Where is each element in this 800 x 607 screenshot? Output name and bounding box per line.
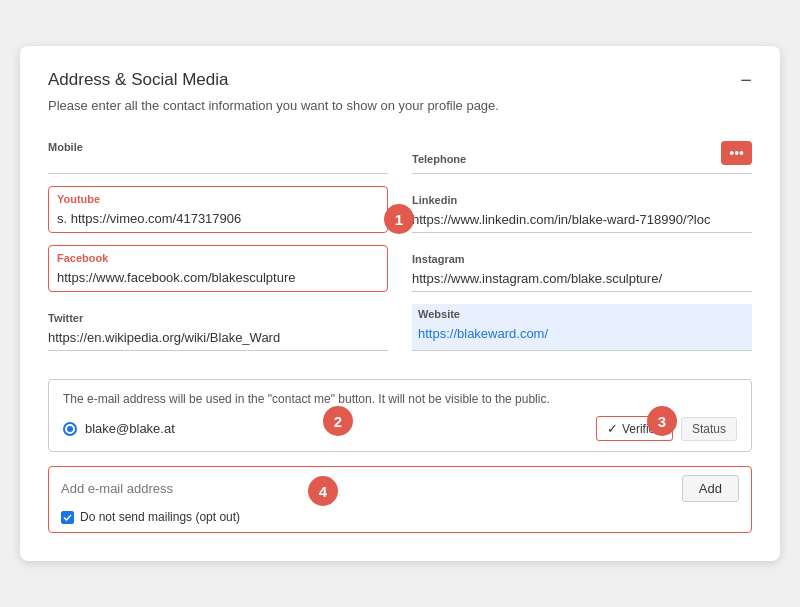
linkedin-field: Linkedin https://www.linkedin.com/in/bla… <box>412 186 752 233</box>
twitter-field: Twitter https://en.wikipedia.org/wiki/Bl… <box>48 304 388 351</box>
linkedin-label: Linkedin <box>412 194 752 206</box>
youtube-linkedin-wrapper: Youtube s. https://vimeo.com/417317906 L… <box>48 186 752 245</box>
opt-out-row: Do not send mailings (opt out) <box>61 510 739 524</box>
email-left: blake@blake.at <box>63 421 175 436</box>
facebook-label: Facebook <box>57 252 379 264</box>
twitter-website-row: Twitter https://en.wikipedia.org/wiki/Bl… <box>48 304 752 363</box>
linkedin-value: https://www.linkedin.com/in/blake-ward-7… <box>412 212 710 227</box>
top-fields-row: Mobile Telephone ••• <box>48 133 752 186</box>
add-email-wrapper: Add Do not send mailings (opt out) 4 <box>48 466 752 533</box>
email-section: The e-mail address will be used in the "… <box>48 379 752 452</box>
checkmark-icon: ✓ <box>607 421 618 436</box>
mobile-field: Mobile <box>48 133 388 174</box>
email-row-wrapper: blake@blake.at ✓ Verified Status 2 3 <box>63 416 737 441</box>
mobile-label: Mobile <box>48 141 388 153</box>
opt-out-label: Do not send mailings (opt out) <box>80 510 240 524</box>
collapse-icon[interactable]: − <box>740 70 752 90</box>
radio-inner <box>67 426 73 432</box>
add-email-button[interactable]: Add <box>682 475 739 502</box>
telephone-options-button[interactable]: ••• <box>721 141 752 165</box>
facebook-field: Facebook https://www.facebook.com/blakes… <box>48 245 388 292</box>
add-email-input[interactable] <box>61 481 682 496</box>
status-button[interactable]: Status <box>681 417 737 441</box>
telephone-label: Telephone <box>412 153 466 165</box>
email-row: blake@blake.at ✓ Verified Status <box>63 416 737 441</box>
website-value: https://blakeward.com/ <box>418 326 548 341</box>
youtube-field: Youtube s. https://vimeo.com/417317906 <box>48 186 388 233</box>
circle-4: 4 <box>308 476 338 506</box>
instagram-value: https://www.instagram.com/blake.sculptur… <box>412 271 662 286</box>
website-field: Website https://blakeward.com/ <box>412 304 752 351</box>
dots-icon: ••• <box>729 145 744 161</box>
circle-3: 3 <box>647 406 677 436</box>
telephone-field: Telephone ••• <box>412 133 752 174</box>
email-radio[interactable] <box>63 422 77 436</box>
instagram-field: Instagram https://www.instagram.com/blak… <box>412 245 752 292</box>
facebook-value: https://www.facebook.com/blakesculpture <box>57 270 295 285</box>
email-notice: The e-mail address will be used in the "… <box>63 392 737 406</box>
youtube-label: Youtube <box>57 193 379 205</box>
card-header: Address & Social Media − <box>48 70 752 90</box>
add-email-row: Add <box>61 475 739 502</box>
address-social-media-card: Address & Social Media − Please enter al… <box>20 46 780 561</box>
opt-out-checkbox[interactable] <box>61 511 74 524</box>
card-title: Address & Social Media <box>48 70 228 90</box>
facebook-instagram-row: Facebook https://www.facebook.com/blakes… <box>48 245 752 304</box>
email-address: blake@blake.at <box>85 421 175 436</box>
add-email-section: Add Do not send mailings (opt out) <box>48 466 752 533</box>
card-subtitle: Please enter all the contact information… <box>48 98 752 113</box>
website-label: Website <box>418 308 746 320</box>
circle-2: 2 <box>323 406 353 436</box>
twitter-label: Twitter <box>48 312 388 324</box>
circle-1: 1 <box>384 204 414 234</box>
twitter-value: https://en.wikipedia.org/wiki/Blake_Ward <box>48 330 280 345</box>
checkbox-check-icon <box>63 513 72 522</box>
youtube-value: s. https://vimeo.com/417317906 <box>57 211 241 226</box>
instagram-label: Instagram <box>412 253 752 265</box>
